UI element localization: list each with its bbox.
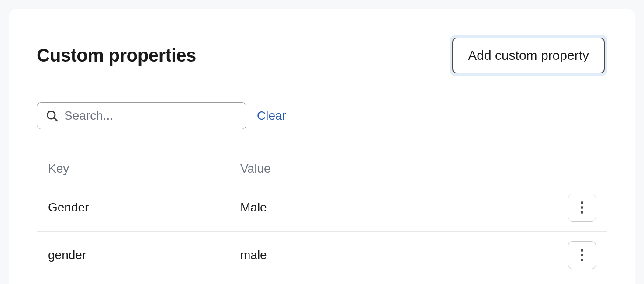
- row-actions-button[interactable]: [568, 194, 596, 222]
- svg-line-1: [54, 118, 57, 121]
- cell-value: male: [240, 248, 548, 262]
- row-actions-button[interactable]: [568, 241, 596, 269]
- svg-point-3: [581, 206, 583, 209]
- cell-actions: [548, 194, 596, 222]
- column-header-actions: [548, 162, 596, 176]
- table-row: gender male: [37, 232, 607, 279]
- svg-point-5: [581, 249, 583, 252]
- page-title: Custom properties: [37, 45, 196, 66]
- clear-button[interactable]: Clear: [257, 109, 286, 123]
- search-input[interactable]: [64, 109, 237, 123]
- kebab-icon: [580, 249, 584, 262]
- svg-point-4: [581, 211, 583, 214]
- cell-key: gender: [48, 248, 240, 262]
- column-header-value: Value: [240, 162, 548, 176]
- column-header-key: Key: [48, 162, 240, 176]
- search-box[interactable]: [37, 102, 246, 129]
- cell-key: Gender: [48, 201, 240, 215]
- table-header: Key Value: [37, 154, 607, 184]
- svg-point-6: [581, 254, 583, 256]
- cell-actions: [548, 241, 596, 269]
- add-custom-property-button[interactable]: Add custom property: [452, 38, 605, 73]
- search-row: Clear: [37, 102, 607, 129]
- search-icon: [46, 110, 58, 122]
- svg-point-2: [581, 201, 583, 204]
- properties-table: Key Value Gender Male: [37, 154, 607, 279]
- custom-properties-panel: Custom properties Add custom property Cl…: [9, 9, 635, 284]
- kebab-icon: [580, 201, 584, 214]
- table-row: Gender Male: [37, 184, 607, 232]
- cell-value: Male: [240, 201, 548, 215]
- add-button-focus-ring: Add custom property: [450, 35, 607, 76]
- svg-point-7: [581, 259, 583, 261]
- panel-header: Custom properties Add custom property: [37, 35, 607, 76]
